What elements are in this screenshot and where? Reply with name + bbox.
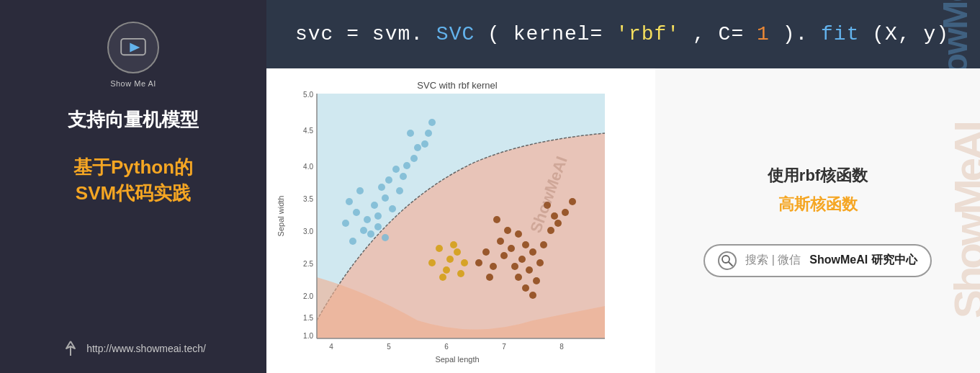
svg-point-69 bbox=[547, 227, 554, 234]
svg-point-56 bbox=[493, 216, 500, 223]
svg-point-60 bbox=[508, 245, 515, 252]
svg-point-66 bbox=[526, 266, 533, 274]
svg-point-49 bbox=[454, 248, 461, 256]
svg-point-38 bbox=[421, 140, 428, 148]
svg-point-21 bbox=[346, 198, 353, 205]
svg-text:Sepal length: Sepal length bbox=[435, 355, 479, 364]
code-watermark: ShowMeAI bbox=[930, 0, 980, 68]
search-icon bbox=[718, 251, 737, 270]
svg-marker-1 bbox=[130, 42, 140, 52]
right-watermark-text: ShowMeAI bbox=[945, 123, 981, 318]
logo-circle bbox=[107, 22, 159, 73]
logo-text: Show Me AI bbox=[110, 79, 156, 88]
wechat-brand: ShowMeAI 研究中心 bbox=[809, 253, 917, 268]
svg-point-82 bbox=[562, 209, 569, 216]
info-sub-text: 高斯核函数 bbox=[778, 194, 858, 215]
svg-point-72 bbox=[554, 220, 562, 227]
svg-text:4.0: 4.0 bbox=[303, 163, 313, 171]
svg-point-61 bbox=[522, 241, 529, 248]
svg-point-34 bbox=[403, 162, 410, 169]
sidebar-link[interactable]: http://www.showmeai.tech/ bbox=[86, 343, 206, 354]
svg-point-53 bbox=[428, 259, 436, 266]
svg-text:5.0: 5.0 bbox=[303, 91, 313, 99]
chart-title: SVC with rbf kernel bbox=[417, 80, 497, 91]
svg-point-73 bbox=[533, 277, 540, 284]
sidebar: Show Me AI 支持向量机模型 基于Python的 SVM代码实践 htt… bbox=[0, 0, 266, 373]
svg-point-58 bbox=[497, 238, 504, 245]
svg-text:4: 4 bbox=[329, 343, 333, 351]
code-c-val: 1 bbox=[757, 23, 770, 45]
code-comma1: , bbox=[693, 23, 719, 45]
svg-point-29 bbox=[378, 184, 385, 191]
svg-point-39 bbox=[407, 130, 414, 137]
svg-point-31 bbox=[385, 176, 392, 184]
code-eq: = bbox=[346, 23, 372, 45]
svg-point-47 bbox=[436, 245, 443, 252]
svg-text:3.5: 3.5 bbox=[303, 195, 313, 203]
svg-point-57 bbox=[504, 227, 511, 234]
code-fit: fit bbox=[821, 23, 859, 45]
svg-point-36 bbox=[392, 166, 400, 173]
svg-point-75 bbox=[515, 274, 522, 281]
svg-text:4.5: 4.5 bbox=[303, 127, 313, 135]
svg-point-32 bbox=[396, 187, 403, 194]
svg-point-44 bbox=[349, 238, 356, 245]
chart-area: SVC with rbf kernel 5 bbox=[266, 68, 655, 373]
svg-point-80 bbox=[486, 274, 493, 281]
svg-point-25 bbox=[364, 216, 371, 223]
svg-point-43 bbox=[367, 230, 374, 238]
svg-point-41 bbox=[428, 119, 436, 126]
svg-point-70 bbox=[551, 212, 558, 220]
sidebar-subtitle: 基于Python的 SVM代码实践 bbox=[73, 154, 193, 207]
info-panel: ShowMeAI 使用rbf核函数 高斯核函数 搜索 | 微信 ShowMeAI… bbox=[655, 68, 980, 373]
svg-point-48 bbox=[446, 256, 454, 263]
sidebar-link-area: http://www.showmeai.tech/ bbox=[60, 324, 206, 359]
svg-point-81 bbox=[569, 198, 576, 205]
content-area: svc = svm. SVC ( kernel= 'rbf' , C= 1 ).… bbox=[266, 0, 980, 373]
svg-point-24 bbox=[356, 187, 364, 194]
svg-point-26 bbox=[371, 202, 378, 209]
link-icon bbox=[60, 338, 81, 359]
svg-line-84 bbox=[729, 262, 732, 266]
subtitle-line2: SVM代码实践 bbox=[73, 180, 193, 206]
svg-point-40 bbox=[425, 130, 432, 137]
code-display: svc = svm. SVC ( kernel= 'rbf' , C= 1 ).… bbox=[295, 23, 949, 45]
svg-point-79 bbox=[475, 259, 482, 266]
svg-point-46 bbox=[382, 234, 389, 241]
code-paren1: ( bbox=[487, 23, 500, 45]
sidebar-title: 支持向量机模型 bbox=[68, 108, 199, 132]
svg-point-59 bbox=[515, 230, 522, 238]
svg-point-77 bbox=[490, 263, 497, 270]
svg-point-54 bbox=[439, 274, 446, 281]
logo-icon bbox=[120, 37, 147, 58]
svg-point-63 bbox=[518, 256, 526, 263]
svg-point-78 bbox=[482, 248, 490, 256]
code-watermark-text: ShowMeAI bbox=[935, 0, 975, 68]
svg-point-28 bbox=[382, 194, 389, 202]
svg-text:5: 5 bbox=[387, 343, 391, 351]
wechat-label: 搜索 | 微信 bbox=[745, 253, 801, 268]
svg-text:6: 6 bbox=[444, 343, 449, 351]
code-svc: SVC bbox=[436, 23, 475, 45]
svg-text:1.0: 1.0 bbox=[303, 332, 313, 340]
svg-point-35 bbox=[410, 155, 418, 162]
right-watermark: ShowMeAI bbox=[937, 68, 980, 373]
svg-point-64 bbox=[529, 248, 536, 256]
svg-point-74 bbox=[522, 284, 529, 292]
code-var: svc bbox=[295, 23, 346, 45]
svg-point-62 bbox=[500, 252, 508, 259]
svg-point-27 bbox=[374, 212, 382, 220]
code-kernel-label: kernel= bbox=[513, 23, 603, 45]
logo-area: Show Me AI bbox=[107, 22, 159, 88]
svg-point-30 bbox=[389, 205, 396, 212]
svg-point-37 bbox=[414, 144, 421, 151]
svg-point-68 bbox=[540, 241, 547, 248]
svg-text:2.5: 2.5 bbox=[303, 260, 313, 268]
svg-point-33 bbox=[400, 173, 407, 180]
code-c-label: C= bbox=[719, 23, 745, 45]
code-bar: svc = svm. SVC ( kernel= 'rbf' , C= 1 ).… bbox=[266, 0, 980, 68]
info-main-text: 使用rbf核函数 bbox=[768, 165, 868, 186]
svg-point-51 bbox=[461, 259, 468, 266]
chart-svg: SVC with rbf kernel 5 bbox=[274, 76, 641, 364]
svg-point-76 bbox=[529, 292, 536, 299]
